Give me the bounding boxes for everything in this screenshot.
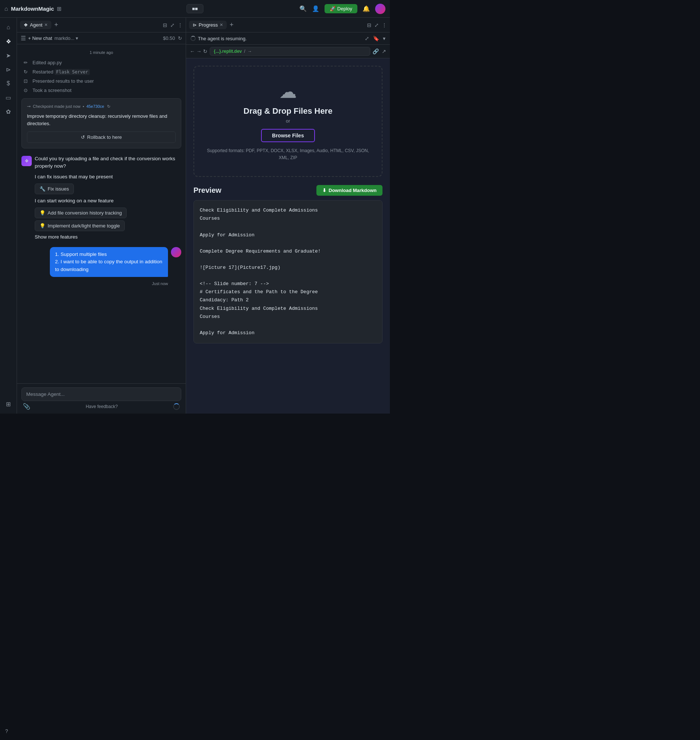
user-message: 1. Support multiple files 2. I want to b… [50,247,168,277]
browser-url-bar[interactable]: {...}.replit.dev / → [210,47,370,56]
app-title: MarkdownMagic [11,6,54,12]
main-layout: ⌂ ❖ ➤ ⊳ $ ▭ ✿ ⊞ ❖ Agent ✕ + ⊟ ⤢ ⋮ ☰ [0,18,390,413]
hamburger-button[interactable]: ☰ [21,35,26,42]
deploy-button[interactable]: 🚀 Deploy [325,4,357,13]
chat-input-box [21,387,181,401]
message-input[interactable] [26,391,176,397]
show-more-button[interactable]: Show more features [35,233,78,240]
new-chat-button[interactable]: + New chat [28,35,52,41]
link-icon[interactable]: 🔗 [372,49,379,54]
bulb-icon-2: 💡 [40,223,46,229]
progress-tab-icon: ⊳ [193,22,197,28]
checkpoint-card: ⊸ Checkpoint made just now • 45e730ce ↻ … [21,98,181,149]
agent-tab-close[interactable]: ✕ [44,22,48,27]
more-right-options-icon[interactable]: ⋮ [382,22,387,28]
activity-restarted-text: Restarted Flask Server [32,69,90,75]
download-markdown-button[interactable]: ⬇ Download Markdown [316,185,382,196]
back-icon[interactable]: ← [190,49,195,54]
attach-button[interactable]: 📎 [23,403,30,410]
progress-status-bar: The agent is resuming. ⤢ 🔖 ▾ [186,32,390,45]
refresh-checkpoint-icon[interactable]: ↻ [107,104,110,109]
checkpoint-header: ⊸ Checkpoint made just now • 45e730ce ↻ [27,104,176,109]
upload-zone[interactable]: ☁ Drag & Drop Files Here or Browse Files… [193,66,382,177]
panel-actions: ⊟ ⤢ ⋮ [163,22,183,28]
bulb-icon-1: 💡 [40,210,46,216]
layout-icon[interactable]: ⊞ [57,6,62,12]
rollback-button[interactable]: ↺ Rollback to here [27,131,176,143]
topbar-left: ⌂ MarkdownMagic ⊞ [4,6,184,12]
agent-text-3: I can start working on a new feature [35,197,181,204]
user-bubble: 1. Support multiple files 2. I want to b… [21,247,181,277]
upload-title: Drag & Drop Files Here [205,106,371,116]
sidebar-item-home[interactable]: ⌂ [3,21,15,33]
tab-progress[interactable]: ⊳ Progress ✕ [189,21,227,29]
fix-issues-button[interactable]: 🔧 Fix issues [35,184,74,194]
user-message-avatar [171,247,181,257]
sidebar-item-display[interactable]: ▭ [3,91,15,103]
add-tab-button[interactable]: + [53,21,60,29]
browser-actions: 🔗 ↗ [372,49,386,54]
expand-icon[interactable]: ⤢ [170,22,175,28]
user-avatar[interactable] [375,4,385,14]
sidebar-item-terminal[interactable]: ⊳ [3,63,15,75]
loading-spinner [173,403,180,410]
left-tabbar: ❖ Agent ✕ + ⊟ ⤢ ⋮ [17,18,186,32]
mode-toggle-button[interactable]: ■■ [187,4,203,13]
rocket-icon: 🚀 [330,6,335,12]
progress-status: The agent is resuming. [191,36,362,41]
agent-tab-icon: ❖ [24,22,28,28]
present-icon: ⊡ [24,78,29,84]
progress-tab-close[interactable]: ✕ [220,22,223,27]
open-external-icon[interactable]: ↗ [382,49,386,54]
feedback-label: Have feedback? [86,404,118,409]
topbar: ⌂ MarkdownMagic ⊞ ■■ 🔍 👤 🚀 Deploy 🔔 [0,0,390,18]
agent-text-2: I can fix issues that may be present [35,173,181,181]
download-icon: ⬇ [322,188,326,193]
checkpoint-hash: 45e730ce [87,104,104,109]
rollback-icon: ↺ [81,134,85,140]
agent-text-1: Could you try uploading a file and check… [35,155,181,170]
sidebar-item-agent[interactable]: ❖ [3,35,15,47]
agent-bubble-1: ❖ Could you try uploading a file and che… [21,155,181,240]
activity-presented: ⊡ Presented results to the user [21,77,181,85]
split-view-icon[interactable]: ⊟ [163,22,167,28]
topbar-center: ■■ [187,4,203,13]
feature-btn-theme[interactable]: 💡 Implement dark/light theme toggle [35,221,125,231]
chevron-down-status-icon[interactable]: ▾ [383,35,385,41]
sidebar-item-grid[interactable]: ⊞ [3,398,15,410]
expand-right-icon[interactable]: ⤢ [374,22,379,28]
bell-icon[interactable]: 🔔 [363,5,370,12]
feature-btn-history[interactable]: 💡 Add file conversion history tracking [35,207,126,218]
chat-input-area: 📎 Have feedback? [17,383,186,413]
external-link-icon[interactable]: ⤢ [365,35,369,41]
add-person-icon[interactable]: 👤 [312,5,319,12]
preview-section: Preview ⬇ Download Markdown Check Eligib… [193,185,382,343]
reload-icon[interactable]: ↻ [203,49,207,54]
bookmark-icon[interactable]: 🔖 [373,35,379,41]
icon-sidebar: ⌂ ❖ ➤ ⊳ $ ▭ ✿ ⊞ [0,18,17,413]
split-view-right-icon[interactable]: ⊟ [367,22,371,28]
refresh-icon[interactable]: ↻ [178,35,182,41]
activity-screenshot-text: Took a screenshot [32,88,72,93]
search-icon[interactable]: 🔍 [299,5,307,12]
add-right-tab-button[interactable]: + [228,21,235,29]
chat-name-button[interactable]: markdo... ▾ [54,35,78,41]
sidebar-item-arrow[interactable]: ➤ [3,50,15,61]
right-tabbar: ⊳ Progress ✕ + ⊟ ⤢ ⋮ [186,18,390,32]
preview-header: Preview ⬇ Download Markdown [193,185,382,196]
sidebar-item-shell[interactable]: $ [3,78,15,89]
more-options-icon[interactable]: ⋮ [178,22,183,28]
forward-icon[interactable]: → [196,49,201,54]
browser-bar: ← → ↻ {...}.replit.dev / → 🔗 ↗ [186,45,390,58]
home-icon[interactable]: ⌂ [4,6,8,12]
url-separator: / [244,49,245,54]
checkpoint-label: Checkpoint made just now [33,104,81,109]
chat-toolbar: ☰ + New chat markdo... ▾ $0.50 ↻ [17,32,186,44]
agent-avatar-1: ❖ [21,156,32,166]
browse-files-button[interactable]: Browse Files [261,129,315,142]
sidebar-item-extensions[interactable]: ✿ [3,106,15,118]
tab-agent[interactable]: ❖ Agent ✕ [20,21,51,29]
left-panel: ❖ Agent ✕ + ⊟ ⤢ ⋮ ☰ + New chat markdo...… [17,18,186,413]
branch-icon: ⊸ [27,104,31,109]
activity-presented-text: Presented results to the user [32,78,94,84]
